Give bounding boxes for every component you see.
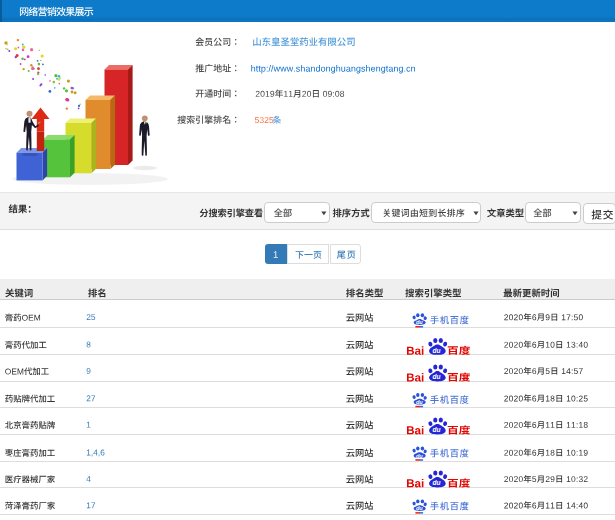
svg-text:du: du	[416, 399, 423, 405]
svg-text:du: du	[433, 426, 441, 433]
svg-text:du: du	[416, 453, 423, 459]
svg-text:du: du	[433, 347, 441, 354]
svg-text:du: du	[416, 319, 423, 325]
svg-text:du: du	[433, 373, 441, 380]
svg-text:du: du	[433, 479, 441, 486]
svg-text:du: du	[416, 505, 423, 511]
